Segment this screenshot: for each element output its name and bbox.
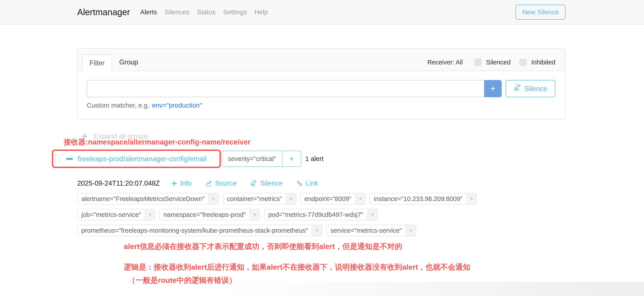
label-tag-add-button[interactable]: + bbox=[286, 194, 296, 204]
label-tag-pod: pod="metrics-77d9cdb497-wdsj7" + bbox=[264, 209, 378, 220]
label-tag-text: pod="metrics-77d9cdb497-wdsj7" bbox=[264, 209, 367, 220]
bell-slash-icon bbox=[250, 180, 257, 187]
inhibited-checkbox-label: Inhibited bbox=[531, 59, 555, 66]
tab-group[interactable]: Group bbox=[112, 54, 145, 70]
matcher-hint-text: Custom matcher, e.g. bbox=[87, 102, 149, 109]
nav-item-status[interactable]: Status bbox=[197, 8, 216, 16]
label-tag-job: job="metrics-service" + bbox=[77, 209, 155, 220]
alert-silence-link[interactable]: Silence bbox=[250, 180, 283, 187]
matcher-input[interactable] bbox=[87, 80, 484, 97]
alert-info-link[interactable]: Info bbox=[171, 180, 192, 187]
alert-labels: alertname="FreeleapsMetricsServiceDown" … bbox=[77, 193, 566, 236]
annotation-config-note: alert信息必须在接收器下才表示配置成功，否则即使能看到alert，但是通知是… bbox=[124, 242, 566, 252]
receiver-filter[interactable]: Receiver: All bbox=[427, 59, 463, 66]
label-tag-instance: instance="10.233.98.209:8009" + bbox=[370, 193, 477, 204]
alert-permalink[interactable]: Link bbox=[296, 180, 318, 187]
main-nav: Alerts Silences Status Settings Help bbox=[140, 8, 268, 16]
matcher-hint: Custom matcher, e.g.env="production" bbox=[87, 102, 555, 109]
alert-link-label: Link bbox=[306, 180, 318, 187]
group-matcher-label: severity="critical" bbox=[222, 151, 282, 166]
alert-source-label: Source bbox=[215, 180, 237, 187]
annotation-box: freeleaps-prod/alertmanager-config/email bbox=[52, 150, 221, 168]
filter-card-header: Filter Group Receiver: All Silenced Inhi… bbox=[78, 48, 565, 71]
silenced-checkbox[interactable] bbox=[474, 58, 482, 66]
annotation-logic-note: 逻辑是：接收器收到alert后进行通知，如果alert不在接收器下，说明接收器没… bbox=[124, 262, 566, 272]
link-icon bbox=[296, 180, 303, 187]
plus-icon bbox=[171, 180, 177, 186]
add-matcher-button[interactable]: + bbox=[484, 80, 502, 97]
collapse-group-icon[interactable] bbox=[66, 158, 73, 160]
label-tag-alertname: alertname="FreeleapsMetricsServiceDown" … bbox=[77, 193, 219, 204]
label-tag-prometheus: prometheus="freeleaps-monitoring-system/… bbox=[77, 225, 322, 236]
filter-card-body: + Silence Custom matcher, e.g.env="produ… bbox=[78, 71, 565, 119]
label-tag-namespace: namespace="freeleaps-prod" + bbox=[159, 209, 260, 220]
label-tag-text: prometheus="freeleaps-monitoring-system/… bbox=[78, 225, 312, 236]
nav-item-help[interactable]: Help bbox=[254, 8, 268, 16]
label-tag-add-button[interactable]: + bbox=[145, 209, 155, 220]
label-tag-text: alertname="FreeleapsMetricsServiceDown" bbox=[78, 194, 208, 204]
label-tag-text: service="metrics-service" bbox=[326, 225, 405, 236]
annotation-receiver-note: 接收器:namespace/altermanager-config-name/r… bbox=[64, 137, 250, 147]
label-tag-text: container="metrics" bbox=[223, 194, 286, 204]
label-tag-add-button[interactable]: + bbox=[406, 225, 416, 236]
label-tag-add-button[interactable]: + bbox=[367, 209, 377, 220]
label-tag-add-button[interactable]: + bbox=[250, 209, 260, 220]
label-tag-endpoint: endpoint="8009" + bbox=[300, 193, 366, 204]
group-matcher-add-button[interactable]: + bbox=[282, 151, 301, 166]
silenced-checkbox-label: Silenced bbox=[486, 59, 510, 66]
matcher-example-link[interactable]: env="production" bbox=[152, 102, 202, 109]
annotation-route-note: （一般是route中的逻辑有错误） bbox=[128, 275, 566, 286]
tab-filter[interactable]: Filter bbox=[82, 54, 112, 71]
alert-count: 1 alert bbox=[305, 155, 324, 162]
new-silence-button[interactable]: New Silence bbox=[516, 4, 566, 20]
receiver-group-link[interactable]: freeleaps-prod/alertmanager-config/email bbox=[78, 155, 206, 163]
alert-info-label: Info bbox=[180, 180, 192, 187]
nav-item-alerts[interactable]: Alerts bbox=[140, 8, 157, 16]
alert-timestamp: 2025-09-24T11:20:07.048Z bbox=[77, 180, 160, 187]
filter-tabs: Filter Group bbox=[82, 54, 145, 70]
label-tag-service: service="metrics-service" + bbox=[326, 225, 416, 236]
nav-item-settings[interactable]: Settings bbox=[223, 8, 247, 16]
silence-filter-button[interactable]: Silence bbox=[506, 80, 555, 97]
app-brand: Alertmanager bbox=[77, 7, 130, 17]
alert-source-link[interactable]: Source bbox=[205, 180, 237, 187]
alert-group-row: freeleaps-prod/alertmanager-config/email… bbox=[77, 150, 566, 168]
silence-filter-button-label: Silence bbox=[524, 85, 548, 93]
bell-slash-icon bbox=[514, 84, 521, 93]
silenced-checkbox-group[interactable]: Silenced bbox=[474, 58, 510, 66]
label-tag-add-button[interactable]: + bbox=[355, 194, 365, 204]
label-tag-add-button[interactable]: + bbox=[466, 194, 476, 204]
inhibited-checkbox[interactable] bbox=[519, 58, 527, 66]
top-navbar: Alertmanager Alerts Silences Status Sett… bbox=[0, 0, 644, 25]
label-tag-text: endpoint="8009" bbox=[301, 194, 355, 204]
label-tag-container: container="metrics" + bbox=[223, 193, 296, 204]
chart-icon bbox=[205, 180, 212, 187]
group-matcher-tag: severity="critical" + bbox=[222, 151, 301, 167]
label-tag-text: namespace="freeleaps-prod" bbox=[160, 209, 250, 220]
label-tag-add-button[interactable]: + bbox=[208, 194, 218, 204]
filter-card: Filter Group Receiver: All Silenced Inhi… bbox=[77, 48, 566, 120]
inhibited-checkbox-group[interactable]: Inhibited bbox=[519, 58, 555, 66]
label-tag-add-button[interactable]: + bbox=[312, 225, 322, 236]
alert-header-row: 2025-09-24T11:20:07.048Z Info bbox=[77, 180, 566, 187]
label-tag-text: job="metrics-service" bbox=[78, 209, 145, 220]
alert-silence-label: Silence bbox=[260, 180, 283, 187]
label-tag-text: instance="10.233.98.209:8009" bbox=[370, 194, 466, 204]
nav-item-silences[interactable]: Silences bbox=[164, 8, 189, 16]
